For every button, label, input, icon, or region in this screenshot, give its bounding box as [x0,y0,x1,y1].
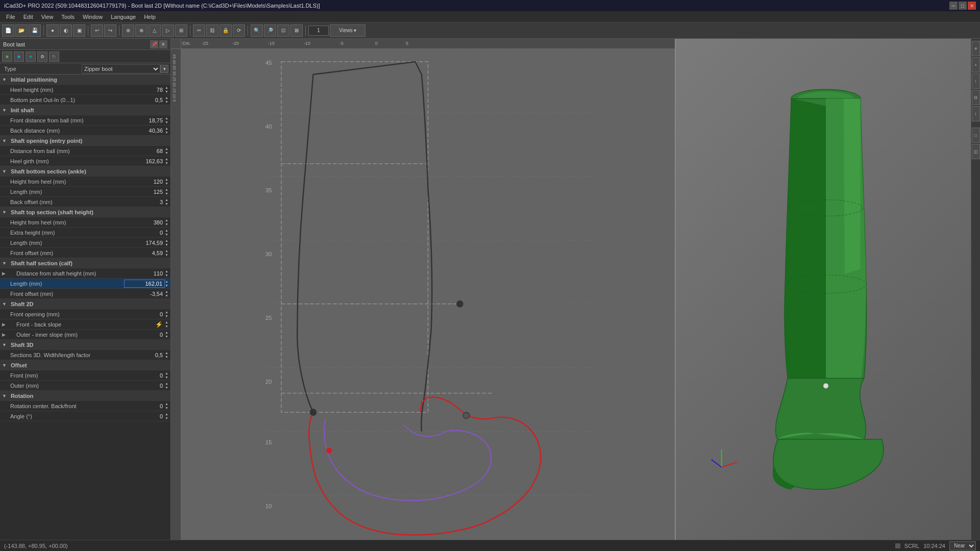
ruler-left-label: 45 40 35 30 25 20 15 10 5 [172,54,177,102]
prop-value-height-heel-top: 380 [119,219,165,226]
front-opening-arrows: ▲▼ [165,310,168,318]
circle-button[interactable]: ● [46,24,59,37]
tool-btn-9[interactable]: ✂ [193,24,205,37]
prop-label-outer-offset: Outer (mm) [2,383,119,389]
section-initial-positioning[interactable]: ▼ Initial positioning [0,74,170,85]
expand-arrow-dist[interactable]: ▶ [2,271,8,276]
section-shaft-bottom[interactable]: ▼ Shaft bottom section (ankle) [0,166,170,177]
section-label-offset: Offset [9,362,168,368]
prop-label-front-offset-half: Front offset (mm) [2,291,119,297]
rs-btn-1[interactable]: ≡ [972,41,980,56]
page-number-input[interactable] [308,26,329,36]
save-button[interactable]: 💾 [29,24,41,37]
zoom-in-button[interactable]: 🔍 [251,24,263,37]
statusbar-pixel [895,543,900,548]
prop-bottom-point: Bottom point Out-In (0...1) 0,5 ▲▼ [0,95,170,105]
minimize-button[interactable]: ─ [949,2,958,10]
section-label-shaft-2d: Shaft 2D [9,301,168,307]
rs-btn-2[interactable]: + [972,57,980,72]
ruler-label-m20: -20 [232,41,239,46]
tool-btn-12[interactable]: ⊠ [290,24,303,37]
section-shaft-top[interactable]: ▼ Shaft top section (shaft height) [0,207,170,217]
length-bottom-arrows: ▲▼ [165,188,168,196]
rs-btn-7[interactable]: ◫ [972,144,980,159]
section-shaft-opening[interactable]: ▼ Shaft opening (entry point) [0,136,170,146]
prop-label-front-back-slope: Front - back slope [8,321,155,328]
tool-btn-7[interactable]: ▷ [162,24,174,37]
rs-btn-3[interactable]: − [972,73,980,89]
close-button[interactable]: ✕ [968,2,976,10]
prop-input-length-half[interactable] [124,280,165,288]
section-init-shaft[interactable]: ▼ Init shaft [0,105,170,115]
svg-point-16 [327,448,332,453]
expand-arrow-slope[interactable]: ▶ [2,322,8,327]
pt-teal-btn[interactable]: ■ [26,52,36,62]
type-select[interactable]: Zipper boot Chelsea boot Ankle boot [82,64,160,73]
canvas-area[interactable]: 45 40 35 30 25 20 15 10 [181,49,675,540]
new-button[interactable]: 📄 [2,24,14,37]
prop-value-heel-girth: 162,63 [119,158,165,164]
menu-view[interactable]: View [37,13,58,21]
zoom-fit-button[interactable]: ⊡ [277,24,289,37]
svg-line-32 [712,460,722,467]
pt-green-btn[interactable]: ■ [2,52,12,62]
prop-length-bottom: Length (mm) 125 ▲▼ [0,187,170,197]
prop-length-half[interactable]: Length (mm) ▲▼ [0,279,170,289]
maximize-button[interactable]: □ [959,2,967,10]
tool-btn-4[interactable]: ⊕ [122,24,134,37]
viewport-3d-content [676,39,971,540]
zoom-out-button[interactable]: 🔎 [264,24,276,37]
type-arrow-btn[interactable]: ▾ [160,65,168,73]
viewport-2d[interactable]: Cm. -25 -20 -15 -10 -5 0 5 45 40 35 30 2… [171,39,675,540]
prop-outer-offset: Outer (mm) 0 ▲▼ [0,381,170,391]
tool-btn-10[interactable]: ⛓ [206,24,218,37]
prop-label-bottom-point: Bottom point Out-In (0...1) [2,97,119,103]
tool-btn-2[interactable]: ◐ [60,24,72,37]
pt-refresh-btn[interactable]: ↻ [49,52,59,62]
menu-help[interactable]: Help [140,13,160,21]
views-dropdown[interactable]: Views▾ [330,24,365,37]
tool-btn-11[interactable]: ⟳ [233,24,245,37]
section-label-shaft-half: Shaft half section (calf) [9,260,168,266]
panel-pin-button[interactable]: 📌 [150,40,158,48]
prop-label-height-heel: Height from heel (mm) [2,179,119,185]
rs-btn-6[interactable]: □ [972,128,980,143]
type-label: Type [2,66,82,72]
prop-back-offset-bottom: Back offset (mm) 3 ▲▼ [0,197,170,207]
left-panel: Boot last 📌 ✕ ■ ■ ■ ⚙ ↻ Type Zipper boot… [0,39,171,540]
menu-language[interactable]: Language [107,13,140,21]
prop-front-offset-half: Front offset (mm) -3,54 ▲▼ [0,289,170,299]
prop-outer-inner-slope: ▶ Outer - inner slope (mm) 0 ▲▼ [0,330,170,340]
tool-btn-6[interactable]: △ [149,24,161,37]
ruler-corner [171,39,181,49]
pt-tool-btn[interactable]: ⚙ [37,52,47,62]
snap-select[interactable]: Near Grid Free [949,541,976,550]
lock-button[interactable]: 🔒 [219,24,232,37]
viewport-3d[interactable] [675,39,971,540]
outer-inner-slope-arrows: ▲▼ [165,331,168,339]
menu-tools[interactable]: Tools [57,13,79,21]
prop-front-back-slope[interactable]: ▶ Front - back slope ⚡ ▲▼ [0,319,170,330]
section-offset[interactable]: ▼ Offset [0,360,170,370]
menu-window[interactable]: Window [79,13,107,21]
front-dist-ball-arrows: ▲▼ [165,116,168,124]
undo-button[interactable]: ↩ [91,24,103,37]
rs-btn-4[interactable]: ⊡ [972,90,980,105]
section-shaft-3d[interactable]: ▼ Shaft 3D [0,340,170,350]
tool-btn-8[interactable]: ⊞ [175,24,187,37]
pt-blue-btn[interactable]: ■ [14,52,24,62]
rs-btn-5[interactable]: ↔ [972,106,980,121]
panel-close-button[interactable]: ✕ [159,40,167,48]
tool-btn-5[interactable]: ⊗ [135,24,148,37]
tool-btn-3[interactable]: ▣ [73,24,85,37]
redo-button[interactable]: ↪ [104,24,116,37]
expand-arrow-outer[interactable]: ▶ [2,332,8,337]
menu-file[interactable]: File [2,13,19,21]
section-shaft-2d[interactable]: ▼ Shaft 2D [0,299,170,309]
section-rotation[interactable]: ▼ Rotation [0,391,170,401]
prop-rotation-center: Rotation center. Back/front 0 ▲▼ [0,401,170,411]
menu-edit[interactable]: Edit [19,13,37,21]
prop-value-sections-3d: 0,5 [119,352,165,358]
section-shaft-half[interactable]: ▼ Shaft half section (calf) [0,258,170,268]
open-button[interactable]: 📂 [15,24,28,37]
